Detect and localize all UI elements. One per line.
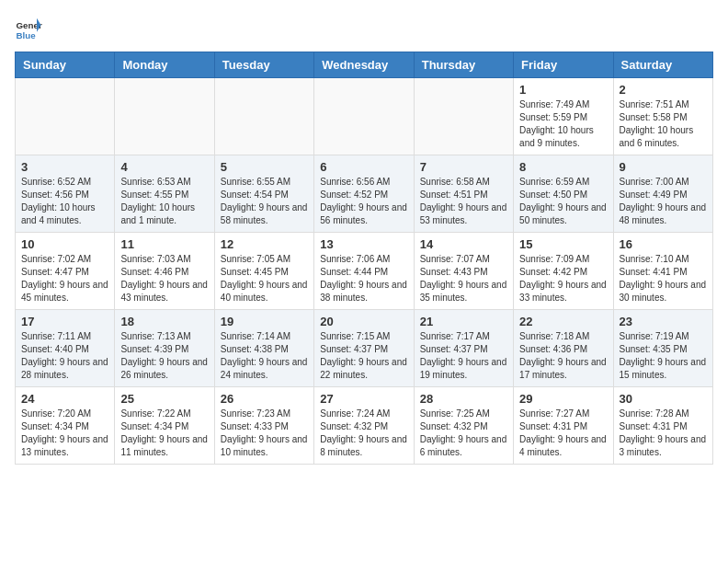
day-number: 9	[620, 160, 707, 174]
day-number: 15	[519, 237, 607, 251]
calendar-cell: 1Sunrise: 7:49 AM Sunset: 5:59 PM Daylig…	[514, 78, 613, 155]
calendar-week-4: 17Sunrise: 7:11 AM Sunset: 4:40 PM Dayli…	[16, 310, 713, 387]
day-number: 24	[21, 392, 108, 406]
calendar-cell: 11Sunrise: 7:03 AM Sunset: 4:46 PM Dayli…	[115, 233, 214, 310]
calendar-cell: 19Sunrise: 7:14 AM Sunset: 4:38 PM Dayli…	[214, 310, 313, 387]
calendar-cell: 5Sunrise: 6:55 AM Sunset: 4:54 PM Daylig…	[214, 155, 313, 233]
calendar-cell	[314, 78, 414, 155]
calendar-body: 1Sunrise: 7:49 AM Sunset: 5:59 PM Daylig…	[16, 78, 713, 465]
day-header-sunday: Sunday	[16, 52, 115, 78]
day-number: 7	[420, 160, 507, 174]
day-info: Sunrise: 7:09 AM Sunset: 4:42 PM Dayligh…	[519, 253, 607, 304]
day-info: Sunrise: 7:15 AM Sunset: 4:37 PM Dayligh…	[320, 330, 407, 382]
calendar-cell: 10Sunrise: 7:02 AM Sunset: 4:47 PM Dayli…	[16, 233, 115, 310]
calendar-cell	[414, 78, 513, 155]
calendar-cell	[16, 78, 115, 155]
day-number: 18	[120, 315, 208, 328]
day-header-thursday: Thursday	[414, 52, 513, 78]
day-info: Sunrise: 7:11 AM Sunset: 4:40 PM Dayligh…	[21, 330, 108, 382]
day-info: Sunrise: 7:18 AM Sunset: 4:36 PM Dayligh…	[519, 330, 607, 382]
day-info: Sunrise: 7:05 AM Sunset: 4:45 PM Dayligh…	[221, 253, 308, 304]
day-info: Sunrise: 7:06 AM Sunset: 4:44 PM Dayligh…	[320, 253, 407, 304]
day-info: Sunrise: 7:51 AM Sunset: 5:58 PM Dayligh…	[620, 98, 707, 150]
day-number: 26	[221, 392, 308, 406]
day-number: 10	[21, 237, 108, 251]
day-number: 22	[519, 315, 607, 328]
calendar-week-2: 3Sunrise: 6:52 AM Sunset: 4:56 PM Daylig…	[16, 155, 713, 233]
calendar-cell: 13Sunrise: 7:06 AM Sunset: 4:44 PM Dayli…	[314, 233, 414, 310]
calendar-cell: 4Sunrise: 6:53 AM Sunset: 4:55 PM Daylig…	[115, 155, 214, 233]
calendar-cell: 6Sunrise: 6:56 AM Sunset: 4:52 PM Daylig…	[314, 155, 414, 233]
calendar-cell: 30Sunrise: 7:28 AM Sunset: 4:31 PM Dayli…	[613, 387, 712, 465]
day-number: 27	[320, 392, 407, 406]
day-info: Sunrise: 7:24 AM Sunset: 4:32 PM Dayligh…	[320, 408, 407, 459]
day-number: 25	[120, 392, 208, 406]
day-info: Sunrise: 7:22 AM Sunset: 4:34 PM Dayligh…	[120, 408, 208, 459]
calendar-cell: 8Sunrise: 6:59 AM Sunset: 4:50 PM Daylig…	[514, 155, 613, 233]
calendar-week-1: 1Sunrise: 7:49 AM Sunset: 5:59 PM Daylig…	[16, 78, 713, 155]
day-info: Sunrise: 7:49 AM Sunset: 5:59 PM Dayligh…	[519, 98, 607, 150]
day-number: 12	[221, 237, 308, 251]
day-info: Sunrise: 6:56 AM Sunset: 4:52 PM Dayligh…	[320, 176, 407, 227]
day-info: Sunrise: 7:23 AM Sunset: 4:33 PM Dayligh…	[221, 408, 308, 459]
day-number: 1	[519, 83, 607, 97]
day-header-wednesday: Wednesday	[314, 52, 414, 78]
calendar-cell: 17Sunrise: 7:11 AM Sunset: 4:40 PM Dayli…	[16, 310, 115, 387]
day-info: Sunrise: 7:13 AM Sunset: 4:39 PM Dayligh…	[120, 330, 208, 382]
calendar-cell: 2Sunrise: 7:51 AM Sunset: 5:58 PM Daylig…	[613, 78, 712, 155]
day-info: Sunrise: 7:25 AM Sunset: 4:32 PM Dayligh…	[420, 408, 507, 459]
day-header-tuesday: Tuesday	[214, 52, 313, 78]
calendar-cell: 15Sunrise: 7:09 AM Sunset: 4:42 PM Dayli…	[514, 233, 613, 310]
calendar-cell: 12Sunrise: 7:05 AM Sunset: 4:45 PM Dayli…	[214, 233, 313, 310]
calendar-cell: 28Sunrise: 7:25 AM Sunset: 4:32 PM Dayli…	[414, 387, 513, 465]
day-info: Sunrise: 6:58 AM Sunset: 4:51 PM Dayligh…	[420, 176, 507, 227]
day-number: 17	[21, 315, 108, 328]
day-info: Sunrise: 6:52 AM Sunset: 4:56 PM Dayligh…	[21, 176, 108, 227]
header-row: SundayMondayTuesdayWednesdayThursdayFrid…	[16, 52, 713, 78]
logo-icon: General Blue	[15, 15, 42, 42]
day-info: Sunrise: 6:55 AM Sunset: 4:54 PM Dayligh…	[221, 176, 308, 227]
calendar-table: SundayMondayTuesdayWednesdayThursdayFrid…	[15, 52, 713, 465]
calendar-cell: 26Sunrise: 7:23 AM Sunset: 4:33 PM Dayli…	[214, 387, 313, 465]
calendar-cell: 24Sunrise: 7:20 AM Sunset: 4:34 PM Dayli…	[16, 387, 115, 465]
calendar-cell: 25Sunrise: 7:22 AM Sunset: 4:34 PM Dayli…	[115, 387, 214, 465]
day-number: 11	[120, 237, 208, 251]
day-number: 3	[21, 160, 108, 174]
day-info: Sunrise: 7:17 AM Sunset: 4:37 PM Dayligh…	[420, 330, 507, 382]
day-number: 13	[320, 237, 407, 251]
day-number: 23	[620, 315, 707, 328]
day-number: 30	[620, 392, 707, 406]
day-number: 5	[221, 160, 308, 174]
day-number: 20	[320, 315, 407, 328]
day-info: Sunrise: 7:27 AM Sunset: 4:31 PM Dayligh…	[519, 408, 607, 459]
calendar-cell: 22Sunrise: 7:18 AM Sunset: 4:36 PM Dayli…	[514, 310, 613, 387]
day-info: Sunrise: 7:10 AM Sunset: 4:41 PM Dayligh…	[620, 253, 707, 304]
calendar-week-3: 10Sunrise: 7:02 AM Sunset: 4:47 PM Dayli…	[16, 233, 713, 310]
day-number: 19	[221, 315, 308, 328]
day-number: 6	[320, 160, 407, 174]
calendar-cell: 9Sunrise: 7:00 AM Sunset: 4:49 PM Daylig…	[613, 155, 712, 233]
calendar-cell: 16Sunrise: 7:10 AM Sunset: 4:41 PM Dayli…	[613, 233, 712, 310]
svg-text:Blue: Blue	[17, 30, 37, 40]
day-info: Sunrise: 7:28 AM Sunset: 4:31 PM Dayligh…	[620, 408, 707, 459]
day-info: Sunrise: 7:03 AM Sunset: 4:46 PM Dayligh…	[120, 253, 208, 304]
day-number: 28	[420, 392, 507, 406]
day-header-monday: Monday	[115, 52, 214, 78]
day-info: Sunrise: 7:00 AM Sunset: 4:49 PM Dayligh…	[620, 176, 707, 227]
day-header-friday: Friday	[514, 52, 613, 78]
calendar-cell: 7Sunrise: 6:58 AM Sunset: 4:51 PM Daylig…	[414, 155, 513, 233]
day-number: 29	[519, 392, 607, 406]
calendar-cell: 3Sunrise: 6:52 AM Sunset: 4:56 PM Daylig…	[16, 155, 115, 233]
calendar-cell: 20Sunrise: 7:15 AM Sunset: 4:37 PM Dayli…	[314, 310, 414, 387]
calendar-header: SundayMondayTuesdayWednesdayThursdayFrid…	[16, 52, 713, 78]
day-number: 8	[519, 160, 607, 174]
day-info: Sunrise: 6:53 AM Sunset: 4:55 PM Dayligh…	[120, 176, 208, 227]
calendar-week-5: 24Sunrise: 7:20 AM Sunset: 4:34 PM Dayli…	[16, 387, 713, 465]
calendar-cell	[115, 78, 214, 155]
day-info: Sunrise: 7:20 AM Sunset: 4:34 PM Dayligh…	[21, 408, 108, 459]
day-info: Sunrise: 7:02 AM Sunset: 4:47 PM Dayligh…	[21, 253, 108, 304]
day-info: Sunrise: 7:19 AM Sunset: 4:35 PM Dayligh…	[620, 330, 707, 382]
calendar-cell: 27Sunrise: 7:24 AM Sunset: 4:32 PM Dayli…	[314, 387, 414, 465]
calendar-cell: 18Sunrise: 7:13 AM Sunset: 4:39 PM Dayli…	[115, 310, 214, 387]
day-info: Sunrise: 6:59 AM Sunset: 4:50 PM Dayligh…	[519, 176, 607, 227]
